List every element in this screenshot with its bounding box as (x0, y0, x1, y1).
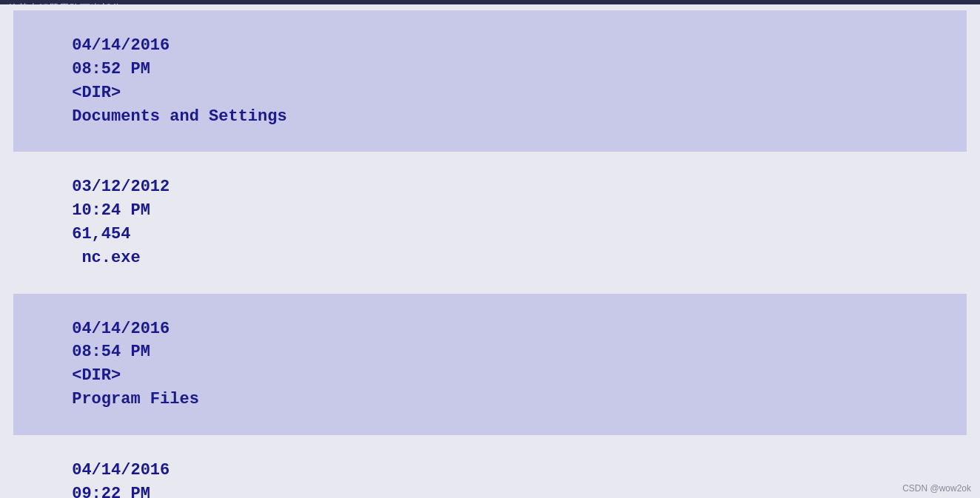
screen: 的基本解题思路下半部分 04/14/2016 08:52 PM <DIR> Do… (0, 0, 980, 498)
dir-time-3: 08:54 PM (72, 343, 150, 361)
dir-date-4: 04/14/2016 (72, 461, 170, 480)
watermark: CSDN @wow2ok (902, 483, 971, 494)
dir-time-2: 10:24 PM (72, 201, 150, 220)
dir-time-4: 09:22 PM (72, 485, 150, 498)
dir-size-3: <DIR> (72, 366, 121, 385)
dir-entry-4: 04/14/2016 09:22 PM 36 s4cr4t.txt (13, 435, 967, 498)
dir-name-3: Program Files (72, 390, 199, 408)
dir-name-1: Documents and Settings (72, 107, 286, 126)
dir-entry-2: 03/12/2012 10:24 PM 61,454 nc.exe (13, 152, 967, 293)
dir-date-3: 04/14/2016 (72, 320, 170, 338)
dir-entry-1: 04/14/2016 08:52 PM <DIR> Documents and … (13, 10, 967, 152)
terminal-area: 04/14/2016 08:52 PM <DIR> Documents and … (0, 4, 980, 498)
dir-time-1: 08:52 PM (72, 60, 150, 78)
dir-size-2: 61,454 (72, 225, 130, 243)
dir-date-2: 03/12/2012 (72, 178, 170, 196)
dir-date-1: 04/14/2016 (72, 36, 170, 55)
dir-size-1: <DIR> (72, 84, 121, 102)
dir-entry-3: 04/14/2016 08:54 PM <DIR> Program Files (13, 294, 967, 435)
dir-name-2: nc.exe (72, 249, 140, 267)
